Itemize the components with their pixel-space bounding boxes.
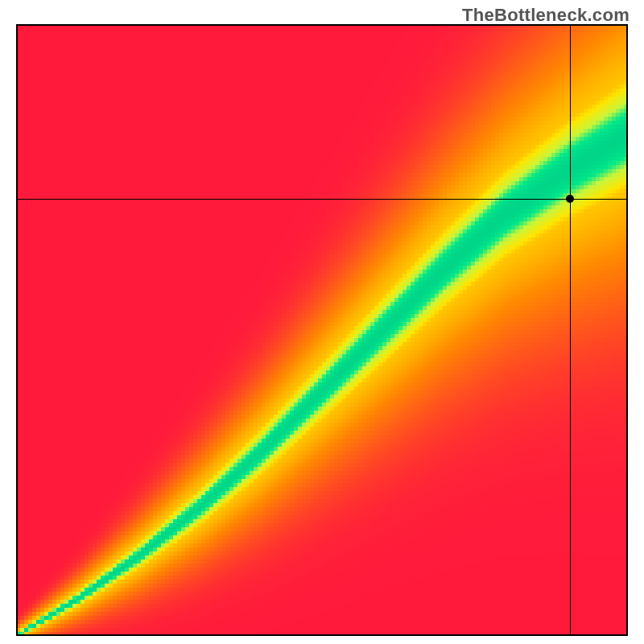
heatmap-plot: [16, 24, 628, 636]
chart-stage: TheBottleneck.com: [0, 0, 644, 644]
heatmap-canvas: [16, 24, 628, 636]
watermark-text: TheBottleneck.com: [462, 5, 630, 26]
